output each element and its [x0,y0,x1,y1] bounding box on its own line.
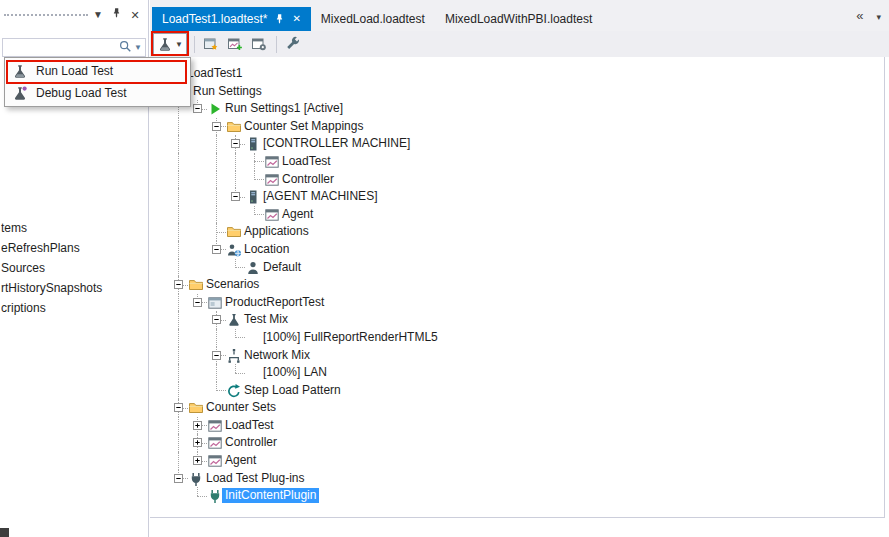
collapse-icon[interactable] [174,403,183,412]
tree-guide-line [235,337,245,338]
tree-guide-line [216,135,217,153]
collapse-icon[interactable] [212,122,221,131]
collapse-icon[interactable] [174,474,183,483]
tab-label: LoadTest1.loadtest* [162,7,267,31]
tree-node-loadtest[interactable]: LoadTest [150,153,884,171]
tree-node-label: Controller [279,172,337,187]
debug-load-test-icon [12,85,28,101]
tree-node-controller-machine[interactable]: [CONTROLLER MACHINE] [150,135,884,153]
tree-node-load-test-plug-ins[interactable]: Load Test Plug-ins [150,470,884,488]
search-input[interactable]: ▼ [2,38,146,57]
load-test-editor: LoadTest1Run SettingsRun Settings1 [Acti… [150,57,885,518]
tree-guide-line [197,496,207,497]
tab-list-menu-icon[interactable]: ▾ [876,9,881,25]
tree-node-label: Applications [241,224,312,239]
dropdown-caret-icon[interactable]: ▼ [175,40,183,49]
tree-node-label: Location [241,242,292,257]
tree-node-default[interactable]: Default [150,259,884,277]
left-panel-item-sources[interactable]: Sources [1,258,148,278]
tree-node-initcontentplugin[interactable]: InitContentPlugin [150,487,884,505]
left-panel-item-criptions[interactable]: criptions [1,298,148,318]
tree-node-100-fullreportrenderhtml5[interactable]: [100%] FullReportRenderHTML5 [150,329,884,347]
play-icon [207,101,223,117]
tree-node-network-mix[interactable]: Network Mix [150,347,884,365]
tree-node-label: Network Mix [241,348,313,363]
tree-guide-line [178,188,179,206]
testmix-icon [226,312,242,328]
search-options-caret-icon[interactable]: ▼ [134,43,142,52]
tree-node-run-settings[interactable]: Run Settings [150,83,884,101]
tree-node-step-load-pattern[interactable]: Step Load Pattern [150,382,884,400]
collapse-chevrons-icon[interactable]: « [856,9,863,25]
tree-node-label: LoadTest [279,154,334,169]
window-menu-chevron-icon[interactable]: ▼ [90,7,106,23]
collapse-icon[interactable] [193,298,202,307]
tree-node-label: Run Settings [190,84,265,99]
titlebar-grip[interactable] [4,14,88,16]
tree-node-controller[interactable]: Controller [150,171,884,189]
tree-guide-line [178,434,179,452]
tree-node-label: Counter Sets [203,400,279,415]
tree-guide-line [178,417,179,435]
collapse-icon[interactable] [212,245,221,254]
tree-node-run-settings1-active[interactable]: Run Settings1 [Active] [150,100,884,118]
expand-icon[interactable] [193,421,202,430]
folder-icon [226,119,242,135]
tree-guide-line [216,329,217,347]
properties-button[interactable] [283,33,303,55]
add-scenario-button[interactable] [201,33,221,55]
add-counter-set-icon [227,36,243,52]
collapse-icon[interactable] [212,351,221,360]
manage-counter-sets-button[interactable] [249,33,269,55]
tree-node-applications[interactable]: Applications [150,223,884,241]
person-icon [245,260,261,276]
left-panel-item-erefreshplans[interactable]: eRefreshPlans [1,238,148,258]
counterset-icon [207,435,223,451]
tree-node-productreporttest[interactable]: ProductReportTest [150,294,884,312]
collapse-icon[interactable] [212,315,221,324]
search-icon[interactable] [118,39,132,56]
tree-node-agent[interactable]: Agent [150,206,884,224]
tree-guide-line [178,241,179,259]
tree-node-controller[interactable]: Controller [150,434,884,452]
tree-node-label: Agent [279,207,316,222]
left-panel-item-tems[interactable]: tems [1,218,148,238]
add-counter-set-button[interactable] [225,33,245,55]
tree-guide-line [216,364,217,382]
collapse-icon[interactable] [231,139,240,148]
counterset-icon [207,418,223,434]
pin-icon[interactable] [274,13,285,25]
collapse-icon[interactable] [193,104,202,113]
tab-loadtest1-loadtest[interactable]: LoadTest1.loadtest*✕ [152,7,311,31]
expand-icon[interactable] [193,438,202,447]
tree-node-agent[interactable]: Agent [150,452,884,470]
tab-mixedload-loadtest[interactable]: MixedLoad.loadtest [311,7,435,31]
tree-node-scenarios[interactable]: Scenarios [150,276,884,294]
pin-icon[interactable] [108,7,124,23]
collapse-icon[interactable] [174,280,183,289]
machine-icon [245,189,261,205]
left-panel-item-rthistorysnapshots[interactable]: rtHistorySnapshots [1,278,148,298]
counterset-icon [207,453,223,469]
tree-node-agent-machines[interactable]: [AGENT MACHINES] [150,188,884,206]
menu-item-run-load-test[interactable]: Run Load Test [5,60,190,82]
run-load-test-button[interactable]: ▼ [153,33,187,55]
tree-guide-line [216,153,217,171]
tree-node-test-mix[interactable]: Test Mix [150,311,884,329]
expand-icon[interactable] [193,456,202,465]
tab-mixedloadwithpbi-loadtest[interactable]: MixedLoadWithPBI.loadtest [435,7,602,31]
close-icon[interactable]: ✕ [292,7,300,31]
close-icon[interactable]: ✕ [127,7,143,23]
tree-node-counter-set-mappings[interactable]: Counter Set Mappings [150,118,884,136]
menu-item-debug-load-test[interactable]: Debug Load Test [5,82,190,104]
machine-icon [245,136,261,152]
tree-node-label: [100%] FullReportRenderHTML5 [260,330,441,345]
tree-node-100-lan[interactable]: [100%] LAN [150,364,884,382]
collapse-icon[interactable] [231,192,240,201]
tree-node-loadtest[interactable]: LoadTest [150,417,884,435]
tab-label: MixedLoad.loadtest [321,7,425,31]
tree-node-counter-sets[interactable]: Counter Sets [150,399,884,417]
tree-node-location[interactable]: Location [150,241,884,259]
tab-label: MixedLoadWithPBI.loadtest [445,7,592,31]
tree-node-loadtest1[interactable]: LoadTest1 [150,65,884,83]
